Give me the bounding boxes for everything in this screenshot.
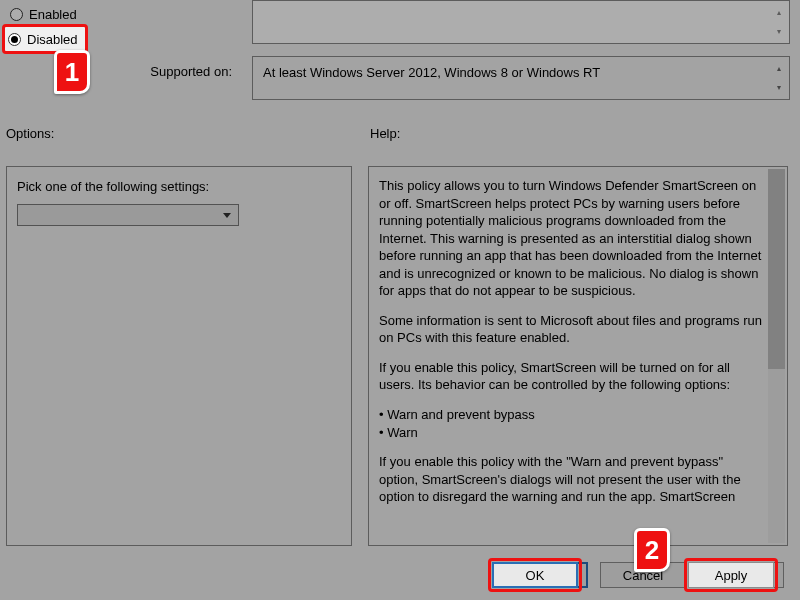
radio-icon: [10, 8, 23, 21]
radio-icon-checked: [10, 34, 23, 47]
cancel-button-label: Cancel: [623, 568, 663, 583]
comment-textbox[interactable]: ▴ ▾: [252, 0, 790, 44]
policy-dialog: ▴ ▾ Enabled Disabled At least Windows Se…: [0, 0, 800, 600]
apply-button[interactable]: Apply: [698, 562, 784, 588]
ok-button[interactable]: OK: [502, 562, 588, 588]
dialog-buttons: OK Cancel Apply: [502, 562, 784, 588]
help-scroll-thumb[interactable]: [768, 169, 785, 369]
help-bullet: • Warn: [379, 424, 763, 442]
options-panel: Pick one of the following settings:: [6, 166, 352, 546]
options-heading: Options:: [6, 126, 54, 141]
supported-scroll-down[interactable]: ▾: [771, 78, 787, 97]
apply-button-label: Apply: [725, 568, 758, 583]
supported-scroll-up[interactable]: ▴: [771, 59, 787, 78]
help-bullet: • Warn and prevent bypass: [379, 406, 763, 424]
help-paragraph: If you enable this policy with the "Warn…: [379, 453, 763, 506]
comment-scroll-up[interactable]: ▴: [771, 3, 787, 22]
options-dropdown[interactable]: [17, 204, 239, 226]
help-paragraph: This policy allows you to turn Windows D…: [379, 177, 763, 300]
ok-button-label: OK: [536, 568, 555, 583]
cancel-button[interactable]: Cancel: [600, 562, 686, 588]
radio-enabled[interactable]: Enabled: [0, 2, 80, 26]
supported-on-label: Supported on:: [0, 56, 242, 79]
radio-disabled-label: Disabled: [29, 33, 80, 48]
radio-enabled-label: Enabled: [29, 7, 77, 22]
comment-scroll-down[interactable]: ▾: [771, 22, 787, 41]
supported-on-box: At least Windows Server 2012, Windows 8 …: [252, 56, 790, 100]
supported-on-value: At least Windows Server 2012, Windows 8 …: [263, 65, 600, 80]
help-paragraph: Some information is sent to Microsoft ab…: [379, 312, 763, 347]
options-prompt: Pick one of the following settings:: [17, 179, 341, 194]
help-paragraph: If you enable this policy, SmartScreen w…: [379, 359, 763, 394]
help-panel: This policy allows you to turn Windows D…: [368, 166, 788, 546]
radio-disabled[interactable]: Disabled: [0, 28, 80, 52]
help-heading: Help:: [370, 126, 400, 141]
help-scrollbar[interactable]: [768, 169, 785, 543]
